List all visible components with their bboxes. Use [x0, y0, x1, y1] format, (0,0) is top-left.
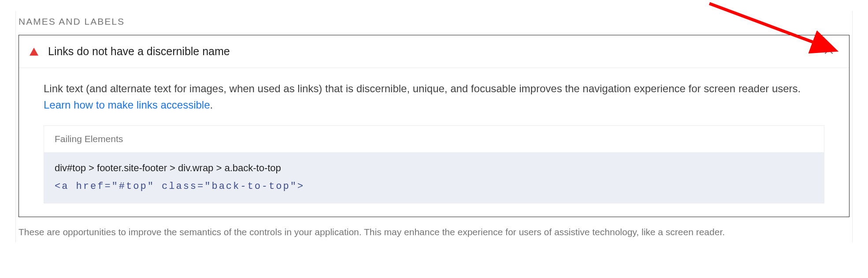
- css-selector-path: div#top > footer.site-footer > div.wrap …: [55, 160, 813, 176]
- audit-header-row[interactable]: Links do not have a discernible name: [19, 35, 849, 68]
- section-footer-note: These are opportunities to improve the s…: [16, 217, 852, 239]
- failing-element-entry: div#top > footer.site-footer > div.wrap …: [44, 152, 824, 203]
- audit-panel: NAMES AND LABELS Links do not have a dis…: [15, 11, 853, 242]
- description-text: Link text (and alternate text for images…: [44, 83, 801, 94]
- audit-title: Links do not have a discernible name: [48, 45, 822, 58]
- audit-description: Link text (and alternate text for images…: [44, 80, 824, 113]
- audit-card: Links do not have a discernible name Lin…: [19, 35, 849, 217]
- failing-elements-header: Failing Elements: [44, 126, 824, 152]
- chevron-up-icon: [824, 49, 833, 54]
- section-title: NAMES AND LABELS: [16, 16, 852, 35]
- description-period: .: [210, 99, 213, 111]
- collapse-toggle[interactable]: [822, 47, 836, 56]
- html-snippet: <a href="#top" class="back-to-top">: [55, 179, 813, 194]
- warning-triangle-icon: [30, 48, 38, 56]
- failing-elements-box: Failing Elements div#top > footer.site-f…: [44, 125, 824, 203]
- learn-more-link[interactable]: Learn how to make links accessible: [44, 99, 210, 111]
- audit-body: Link text (and alternate text for images…: [19, 68, 849, 217]
